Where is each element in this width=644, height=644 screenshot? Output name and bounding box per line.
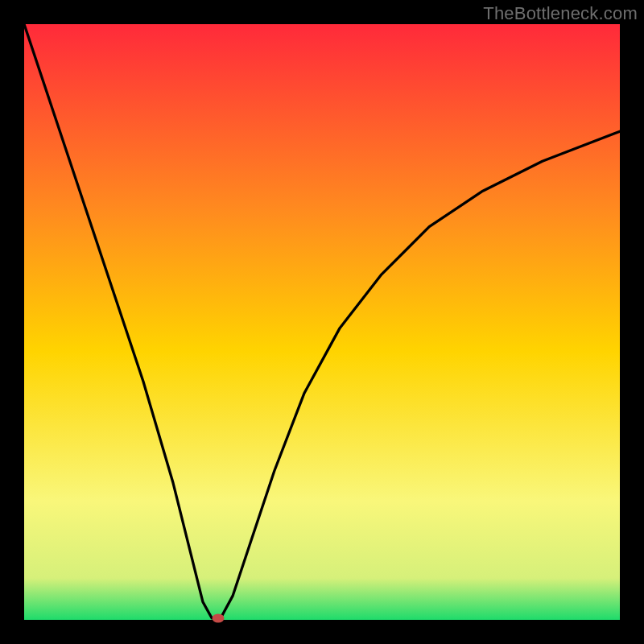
curve-layer [24, 24, 620, 620]
watermark-text: TheBottleneck.com [483, 3, 638, 24]
chart-frame: TheBottleneck.com [0, 0, 644, 644]
plot-area [24, 24, 620, 620]
bottleneck-curve [24, 24, 620, 618]
optimum-marker [212, 613, 224, 622]
